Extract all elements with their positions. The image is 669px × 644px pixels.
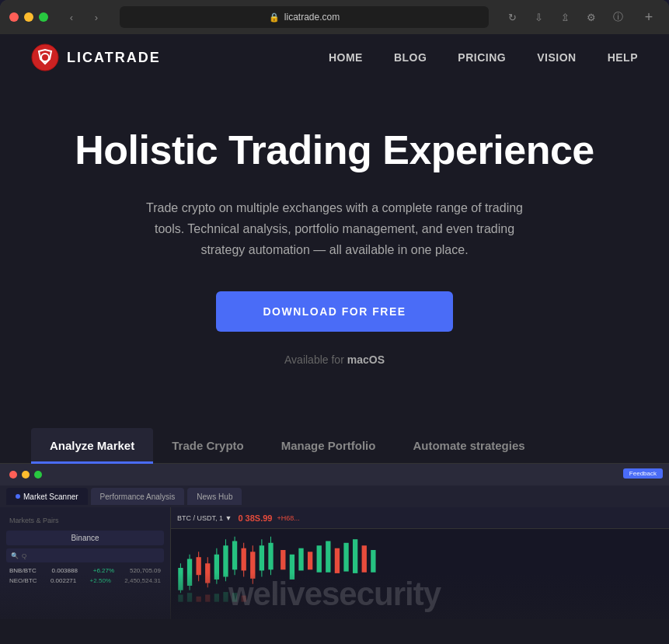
price-change: +H68... xyxy=(277,514,299,522)
new-tab-button[interactable]: + xyxy=(638,9,660,26)
settings-button[interactable]: ⚙ xyxy=(580,9,602,26)
forward-button[interactable]: › xyxy=(85,9,107,26)
download-button[interactable]: DOWNLOAD FOR FREE xyxy=(216,291,452,332)
nav-links: HOME BLOG PRICING VISION HELP xyxy=(329,51,638,64)
nav-pricing[interactable]: PRICING xyxy=(458,51,506,64)
current-price: 0 38S.99 xyxy=(238,513,272,523)
svg-rect-29 xyxy=(326,541,330,573)
search-icon: 🔍 xyxy=(11,552,19,559)
tabs-bar: Analyze Market Trade Crypto Manage Portf… xyxy=(0,428,669,463)
app-close xyxy=(9,471,17,479)
app-tab-label-3: News Hub xyxy=(197,493,232,501)
page-content: LICATRADE HOME BLOG PRICING VISION HELP … xyxy=(0,34,669,644)
reload-button[interactable]: ↻ xyxy=(501,9,523,26)
svg-point-0 xyxy=(32,44,58,71)
svg-rect-33 xyxy=(362,546,367,573)
svg-rect-28 xyxy=(317,546,322,573)
browser-actions: ↻ ⇩ ⇫ ⚙ ⓘ xyxy=(501,9,629,26)
svg-rect-30 xyxy=(335,548,340,573)
svg-rect-31 xyxy=(343,543,348,572)
browser-chrome: ‹ › 🔒 licatrade.com ↻ ⇩ ⇫ ⚙ ⓘ + xyxy=(0,0,669,34)
hero-subtitle: Trade crypto on multiple exchanges with … xyxy=(133,197,537,261)
available-text: Available for macOS xyxy=(31,353,638,366)
tab-dot xyxy=(16,494,20,499)
app-main-header: BTC / USDT, 1 ▼ 0 38S.99 +H68... xyxy=(171,507,669,529)
search-bar: 🔍 Q xyxy=(6,548,164,562)
tabs-section: Analyze Market Trade Crypto Manage Portf… xyxy=(0,428,669,464)
price-display: 0 38S.99 +H68... xyxy=(238,513,299,523)
sidebar-title: Markets & Pairs xyxy=(6,513,164,527)
tab-automate-strategies[interactable]: Automate strategies xyxy=(394,428,543,463)
back-button[interactable]: ‹ xyxy=(61,9,82,26)
svg-rect-34 xyxy=(371,550,375,573)
search-placeholder: Q xyxy=(22,552,26,559)
screenshot-area: Market Scanner Performance Analysis News… xyxy=(0,464,669,619)
browser-titlebar: ‹ › 🔒 licatrade.com ↻ ⇩ ⇫ ⚙ ⓘ + xyxy=(0,0,669,34)
tab-trade-crypto[interactable]: Trade Crypto xyxy=(153,428,263,463)
app-tab-performance: Performance Analysis xyxy=(91,488,185,505)
download-button[interactable]: ⇩ xyxy=(528,9,549,26)
nav-home[interactable]: HOME xyxy=(329,51,363,64)
nav-help[interactable]: HELP xyxy=(608,51,638,64)
close-button[interactable] xyxy=(9,12,19,22)
exchange-label: Binance xyxy=(6,531,164,545)
app-tab-label-1: Market Scanner xyxy=(23,493,78,501)
available-prefix: Available for xyxy=(284,353,344,366)
chart-pair: BTC / USDT, 1 ▼ xyxy=(177,514,232,522)
svg-rect-27 xyxy=(308,552,312,570)
minimize-button[interactable] xyxy=(24,12,33,22)
hero-title: Holistic Trading Experience xyxy=(31,127,638,174)
feedback-button: Feedback xyxy=(623,468,663,479)
app-titlebar xyxy=(0,464,669,486)
app-tabs-bar: Market Scanner Performance Analysis News… xyxy=(0,486,669,507)
maximize-button[interactable] xyxy=(39,12,48,22)
tab-manage-portfolio[interactable]: Manage Portfolio xyxy=(263,428,395,463)
logo-icon xyxy=(31,44,59,71)
svg-rect-24 xyxy=(280,550,285,569)
site-nav: LICATRADE HOME BLOG PRICING VISION HELP xyxy=(0,34,669,81)
nav-blog[interactable]: BLOG xyxy=(394,51,427,64)
app-minimize xyxy=(22,471,30,479)
available-platform: macOS xyxy=(347,353,385,366)
tab-analyze-market[interactable]: Analyze Market xyxy=(31,428,153,463)
app-tab-market-scanner: Market Scanner xyxy=(6,488,88,505)
share-button[interactable]: ⇫ xyxy=(554,9,576,26)
logo-area: LICATRADE xyxy=(31,44,161,71)
browser-nav: ‹ › xyxy=(61,9,107,26)
traffic-lights xyxy=(9,12,48,22)
info-button[interactable]: ⓘ xyxy=(607,9,629,26)
watermark: welivesecurity xyxy=(0,573,669,619)
nav-vision[interactable]: VISION xyxy=(537,51,576,64)
svg-rect-32 xyxy=(353,540,357,574)
svg-rect-26 xyxy=(298,548,303,571)
watermark-text: welivesecurity xyxy=(228,576,441,613)
lock-icon: 🔒 xyxy=(269,12,280,23)
logo-text: LICATRADE xyxy=(67,50,161,66)
app-tab-label-2: Performance Analysis xyxy=(100,493,176,501)
app-maximize xyxy=(34,471,42,479)
url-text: licatrade.com xyxy=(284,12,340,23)
app-tab-news: News Hub xyxy=(187,488,242,505)
hero-section: Holistic Trading Experience Trade crypto… xyxy=(0,81,669,397)
address-bar[interactable]: 🔒 licatrade.com xyxy=(120,6,489,28)
